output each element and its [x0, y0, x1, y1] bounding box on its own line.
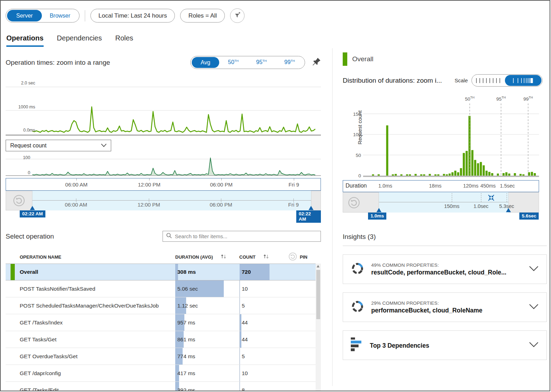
table-row[interactable]: GET /Tasks/Edit392 ms8 — [6, 382, 321, 391]
column-count: COUNT — [239, 254, 255, 260]
reset-sort-icon[interactable] — [289, 252, 297, 262]
tab-bar: Operations Dependencies Roles — [1, 23, 550, 47]
search-input[interactable] — [175, 233, 317, 239]
operation-duration-cell: 774 ms — [175, 348, 239, 365]
brush-end-time[interactable]: 02:22 AM — [296, 210, 321, 223]
operation-duration: 308 ms — [175, 269, 196, 275]
collapse-range-icon[interactable] — [488, 194, 495, 203]
log-ticks-icon — [512, 78, 534, 83]
overall-legend-swatch — [343, 52, 347, 66]
time-range-brush[interactable]: 06:00 AM 12:00 PM 06:00 PM Fri 9 — [6, 191, 321, 210]
duration-range-brush[interactable]: 150ms 1.0sec 5.3sec — [343, 192, 539, 213]
percentile-50th-button[interactable]: 50TH — [219, 59, 247, 65]
dur-tick-1ms: 1.0ms — [378, 183, 392, 189]
insights-title: Insights (3) — [343, 233, 547, 241]
chevron-down-icon[interactable] — [529, 304, 539, 311]
insight-card[interactable]: Top 3 Dependencies — [343, 330, 547, 360]
roles-filter[interactable]: Roles = All — [180, 9, 225, 23]
operation-duration-cell: 1.12 sec — [175, 297, 239, 314]
linear-scale-option[interactable] — [472, 78, 504, 83]
filter-plus-icon — [234, 11, 241, 20]
app-window: Server Browser Local Time: Last 24 hours… — [0, 0, 550, 391]
duration-brush-start-marker[interactable] — [376, 208, 381, 212]
pin-icon — [312, 61, 321, 67]
scrollbar-thumb[interactable] — [316, 270, 320, 319]
brush-tick-fri9: Fri 9 — [288, 202, 299, 208]
chevron-down-icon[interactable] — [529, 266, 539, 273]
search-icon — [166, 233, 172, 240]
gridline-label-0: 0 — [10, 170, 30, 175]
percentile-95th-label: 95TH — [496, 96, 506, 102]
table-row[interactable]: GET OverdueTasks/Get774 ms5 — [6, 348, 321, 365]
sort-duration-icon[interactable] — [221, 254, 227, 260]
table-row[interactable]: GET Tasks/Get861 ms44 — [6, 331, 321, 348]
table-row[interactable]: POST TasksNotifier/TaskSaved5.06 sec10 — [6, 280, 321, 297]
selected-row-indicator — [11, 297, 15, 314]
table-row[interactable]: POST ScheduledTasksManager/CheckOverDueT… — [6, 297, 321, 314]
request-count-chart: 100 0 — [6, 153, 321, 178]
add-filter-button[interactable] — [230, 8, 245, 23]
scale-toggle[interactable] — [471, 74, 543, 87]
insight-title-text: resultCode, performanceBucket, cloud_Rol… — [371, 269, 506, 276]
sort-count-icon[interactable] — [263, 254, 269, 260]
operation-count: 5 — [240, 303, 245, 309]
insight-title-text: Top 3 Dependencies — [370, 342, 429, 349]
gridline-label-1000ms: 1000 ms — [10, 105, 35, 109]
gridline-label-2sec: 2.0 sec — [10, 81, 35, 86]
brush-start-time[interactable]: 02:22 AM — [20, 210, 45, 217]
tab-operations[interactable]: Operations — [6, 34, 44, 47]
table-row[interactable]: GET /dapr/config417 ms10 — [6, 365, 321, 382]
selected-row-indicator — [11, 365, 15, 381]
time-tick-6am: 06:00 AM — [65, 182, 87, 188]
server-toggle-button[interactable]: Server — [7, 10, 42, 21]
brush-end-marker[interactable] — [309, 206, 314, 210]
operation-name: GET /dapr/config — [15, 365, 175, 381]
log-scale-option[interactable] — [505, 75, 542, 86]
tab-roles[interactable]: Roles — [115, 34, 133, 47]
reset-zoom-icon[interactable] — [13, 195, 25, 207]
insight-card[interactable]: 49% COMMON PROPERTIES:resultCode, perfor… — [343, 254, 547, 284]
scroll-up-arrow-icon[interactable] — [317, 265, 319, 267]
operation-duration: 1.12 sec — [175, 303, 198, 309]
table-row[interactable]: Overall308 ms720 — [6, 264, 321, 280]
brush-tick-6am: 06:00 AM — [65, 202, 87, 208]
operation-name: GET /Tasks/Edit — [15, 382, 175, 391]
insight-subtitle: 29% COMMON PROPERTIES: — [371, 301, 482, 306]
percentile-99th-label: 99TH — [523, 96, 533, 102]
brush-start-marker[interactable] — [30, 206, 35, 210]
table-vertical-scrollbar[interactable] — [316, 264, 321, 391]
percentile-avg-button[interactable]: Avg — [192, 57, 219, 68]
reset-duration-zoom-icon[interactable] — [348, 197, 360, 209]
gridline-label-0ms: 0.0ms — [10, 128, 35, 133]
table-row[interactable]: GET /Tasks/Index957 ms44 — [6, 314, 321, 331]
toolbar: Server Browser Local Time: Last 24 hours… — [1, 1, 550, 23]
metric-dropdown[interactable]: Request count — [6, 140, 111, 151]
duration-brush-left-handle[interactable] — [343, 192, 379, 213]
time-axis: 06:00 AM 12:00 PM 06:00 PM Fri 9 — [6, 178, 321, 191]
operation-count-cell: 10 — [239, 280, 289, 297]
duration-brush-end-value[interactable]: 5.6sec — [519, 213, 539, 220]
time-range-filter[interactable]: Local Time: Last 24 hours — [90, 9, 175, 23]
browser-toggle-button[interactable]: Browser — [42, 13, 78, 19]
operation-duration-cell: 308 ms — [175, 264, 239, 280]
pin-chart-button[interactable] — [312, 57, 321, 68]
selected-row-indicator — [11, 264, 15, 280]
operation-name: GET Tasks/Get — [15, 331, 175, 348]
chevron-down-icon[interactable] — [529, 342, 539, 349]
brush-tick-12pm: 12:00 PM — [138, 202, 160, 208]
duration-brush-start-value[interactable]: 1.0ms — [368, 213, 386, 220]
brush-left-handle[interactable] — [6, 191, 32, 210]
time-tick-fri9: Fri 9 — [289, 182, 299, 188]
percentile-50th-label: 50TH — [465, 96, 474, 102]
operation-name: GET /Tasks/Index — [15, 314, 175, 331]
duration-brush-end-marker[interactable] — [506, 208, 511, 212]
insights-section: Insights (3) 49% COMMON PROPERTIES:resul… — [343, 233, 547, 360]
percentile-99th-button[interactable]: 99TH — [276, 59, 304, 65]
operation-search — [163, 231, 321, 242]
selected-row-indicator — [11, 382, 15, 391]
tab-dependencies[interactable]: Dependencies — [57, 34, 102, 47]
insight-card[interactable]: 29% COMMON PROPERTIES:performanceBucket,… — [343, 292, 547, 322]
duration-brush-right-handle[interactable] — [508, 192, 539, 213]
percentile-95th-button[interactable]: 95TH — [247, 59, 276, 65]
insight-icon — [351, 337, 363, 353]
